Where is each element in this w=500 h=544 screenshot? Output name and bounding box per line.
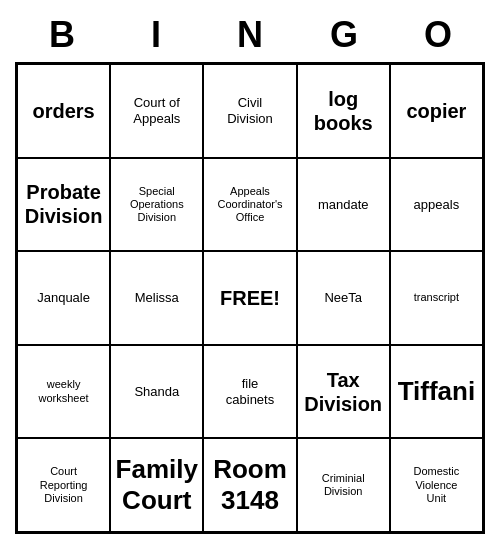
bingo-cell: Domestic Violence Unit <box>390 438 483 532</box>
bingo-cell: appeals <box>390 158 483 252</box>
bingo-cell: Court of Appeals <box>110 64 203 158</box>
bingo-cell: Appeals Coordinator's Office <box>203 158 296 252</box>
bingo-cell: Shanda <box>110 345 203 439</box>
bingo-cell: weekly worksheet <box>17 345 110 439</box>
bingo-cell: Criminial Division <box>297 438 390 532</box>
bingo-cell: FREE! <box>203 251 296 345</box>
bingo-cell: Melissa <box>110 251 203 345</box>
bingo-cell: Civil Division <box>203 64 296 158</box>
bingo-grid: ordersCourt of AppealsCivil Divisionlog … <box>15 62 485 534</box>
bingo-cell: Court Reporting Division <box>17 438 110 532</box>
bingo-cell: Probate Division <box>17 158 110 252</box>
bingo-cell: Tiffani <box>390 345 483 439</box>
header-letter: N <box>203 10 297 60</box>
bingo-cell: log books <box>297 64 390 158</box>
bingo-cell: mandate <box>297 158 390 252</box>
header-letter: O <box>391 10 485 60</box>
header-letter: B <box>15 10 109 60</box>
bingo-cell: Family Court <box>110 438 203 532</box>
bingo-cell: file cabinets <box>203 345 296 439</box>
bingo-cell: Janquale <box>17 251 110 345</box>
bingo-cell: Room 3148 <box>203 438 296 532</box>
bingo-cell: copier <box>390 64 483 158</box>
bingo-header: BINGO <box>15 10 485 60</box>
header-letter: I <box>109 10 203 60</box>
bingo-cell: Tax Division <box>297 345 390 439</box>
bingo-cell: Special Operations Division <box>110 158 203 252</box>
bingo-cell: orders <box>17 64 110 158</box>
bingo-cell: NeeTa <box>297 251 390 345</box>
bingo-cell: transcript <box>390 251 483 345</box>
header-letter: G <box>297 10 391 60</box>
